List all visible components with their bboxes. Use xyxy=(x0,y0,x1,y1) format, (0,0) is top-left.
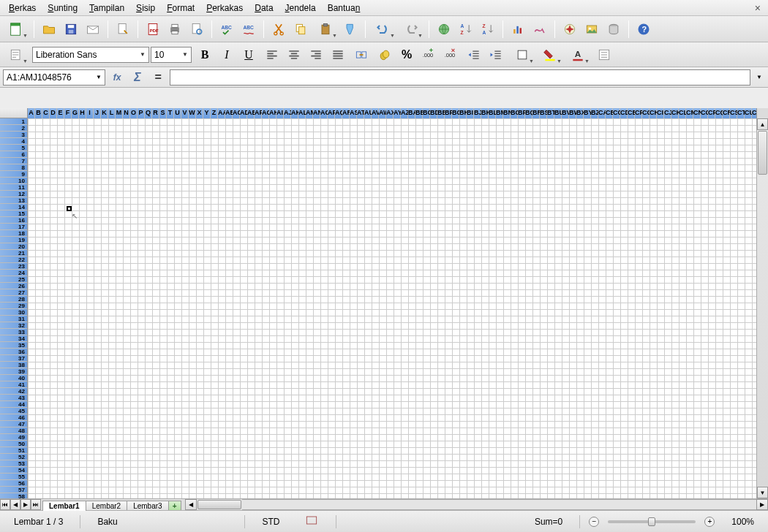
status-signature-icon[interactable] xyxy=(296,511,327,532)
row-head-44[interactable]: 44 xyxy=(0,401,27,408)
row-head-31[interactable]: 31 xyxy=(0,316,27,322)
col-head-AC[interactable]: AC xyxy=(233,108,240,118)
col-head-T[interactable]: T xyxy=(167,108,174,118)
col-head-AW[interactable]: AW xyxy=(379,108,386,118)
col-head-CM[interactable]: CM xyxy=(686,108,693,118)
col-head-L[interactable]: L xyxy=(108,108,116,118)
align-justify-button[interactable] xyxy=(328,45,348,65)
scroll-right-button[interactable]: ▶ xyxy=(756,499,768,510)
row-head-37[interactable]: 37 xyxy=(0,355,27,362)
merge-cells-button[interactable] xyxy=(351,45,372,65)
col-head-AQ[interactable]: AQ xyxy=(335,108,342,118)
col-head-CB[interactable]: CB xyxy=(606,108,613,118)
row-head-23[interactable]: 23 xyxy=(0,263,27,270)
menu-data[interactable]: Data xyxy=(249,1,279,15)
col-head-CL[interactable]: CL xyxy=(679,108,686,118)
col-head-BM[interactable]: BM xyxy=(496,108,503,118)
row-head-6[interactable]: 6 xyxy=(0,151,27,158)
align-center-button[interactable] xyxy=(284,45,304,65)
col-head-BQ[interactable]: BQ xyxy=(525,108,532,118)
col-head-AS[interactable]: AS xyxy=(350,108,357,118)
col-head-BR[interactable]: BR xyxy=(532,108,540,118)
row-head-32[interactable]: 32 xyxy=(0,322,27,329)
copy-button[interactable] xyxy=(290,19,311,39)
col-head-X[interactable]: X xyxy=(196,108,203,118)
col-head-BH[interactable]: BH xyxy=(459,108,467,118)
sort-descending-button[interactable]: ZA xyxy=(478,19,498,39)
col-head-I[interactable]: I xyxy=(86,108,94,118)
col-head-CF[interactable]: CF xyxy=(635,108,642,118)
italic-button[interactable]: I xyxy=(217,45,237,65)
font-size-combo[interactable]: 10▼ xyxy=(151,47,192,63)
col-head-CA[interactable]: CA xyxy=(598,108,606,118)
help-button[interactable]: ? xyxy=(633,19,654,39)
row-head-19[interactable]: 19 xyxy=(0,237,27,243)
function-wizard-button[interactable]: fx xyxy=(108,69,126,86)
col-head-BO[interactable]: BO xyxy=(511,108,518,118)
close-document-icon[interactable]: × xyxy=(750,2,765,14)
col-head-AJ[interactable]: AJ xyxy=(284,108,291,118)
row-head-52[interactable]: 52 xyxy=(0,454,27,460)
row-head-48[interactable]: 48 xyxy=(0,428,27,434)
col-head-A[interactable]: A xyxy=(28,108,35,118)
col-head-AV[interactable]: AV xyxy=(372,108,379,118)
col-head-BJ[interactable]: BJ xyxy=(474,108,481,118)
row-head-57[interactable]: 57 xyxy=(0,487,27,493)
navigator-button[interactable] xyxy=(560,19,580,39)
col-head-AX[interactable]: AX xyxy=(386,108,394,118)
col-head-CJ[interactable]: CJ xyxy=(664,108,671,118)
select-all-corner[interactable] xyxy=(0,108,28,118)
menu-berkas[interactable]: Berkas xyxy=(3,1,42,15)
row-head-8[interactable]: 8 xyxy=(0,164,27,171)
row-head-43[interactable]: 43 xyxy=(0,395,27,401)
col-head-AR[interactable]: AR xyxy=(342,108,350,118)
row-head-11[interactable]: 11 xyxy=(0,184,27,191)
sheet-tab-lembar1[interactable]: Lembar1 xyxy=(42,501,86,511)
col-head-AO[interactable]: AO xyxy=(320,108,328,118)
gallery-button[interactable] xyxy=(581,19,602,39)
row-head-4[interactable]: 4 xyxy=(0,138,27,145)
row-head-49[interactable]: 49 xyxy=(0,434,27,441)
increase-indent-button[interactable] xyxy=(486,45,506,65)
row-head-40[interactable]: 40 xyxy=(0,375,27,381)
row-head-30[interactable]: 30 xyxy=(0,309,27,316)
menu-bantuan[interactable]: Bantuan xyxy=(322,1,366,15)
row-head-17[interactable]: 17 xyxy=(0,224,27,230)
row-head-35[interactable]: 35 xyxy=(0,342,27,349)
col-head-CP[interactable]: CP xyxy=(708,108,715,118)
col-head-AE[interactable]: AE xyxy=(247,108,255,118)
row-head-29[interactable]: 29 xyxy=(0,303,27,309)
column-headers[interactable]: ABCDEFGHIJKLMNOPQRSTUVWXYZAAABACADAEAFAG… xyxy=(28,108,756,118)
status-page-style[interactable]: Baku xyxy=(89,514,236,529)
col-head-AU[interactable]: AU xyxy=(364,108,372,118)
col-head-AP[interactable]: AP xyxy=(328,108,335,118)
tab-prev-button[interactable]: ◀ xyxy=(10,499,20,510)
remove-decimal-button[interactable]: .000× xyxy=(440,45,461,65)
col-head-D[interactable]: D xyxy=(50,108,57,118)
add-sheet-button[interactable]: + xyxy=(168,501,181,511)
zoom-out-button[interactable]: − xyxy=(589,517,599,527)
row-head-2[interactable]: 2 xyxy=(0,125,27,132)
row-head-51[interactable]: 51 xyxy=(0,447,27,454)
row-head-47[interactable]: 47 xyxy=(0,421,27,428)
styles-button[interactable]: ▼ xyxy=(3,45,29,65)
sort-ascending-button[interactable]: AZ xyxy=(456,19,476,39)
row-head-42[interactable]: 42 xyxy=(0,388,27,395)
font-color-button[interactable]: A▼ xyxy=(565,45,591,65)
function-wizard-chart-button[interactable] xyxy=(530,19,550,39)
currency-button[interactable] xyxy=(374,45,395,65)
more-options-button[interactable] xyxy=(594,45,614,65)
scroll-down-button[interactable]: ▼ xyxy=(757,487,768,498)
open-button[interactable] xyxy=(39,19,59,39)
row-head-20[interactable]: 20 xyxy=(0,243,27,250)
formula-input[interactable] xyxy=(170,69,750,86)
row-head-14[interactable]: 14 xyxy=(0,204,27,210)
row-head-38[interactable]: 38 xyxy=(0,362,27,368)
row-head-58[interactable]: 58 xyxy=(0,493,27,498)
col-head-R[interactable]: R xyxy=(152,108,159,118)
formula-expand-button[interactable]: ▼ xyxy=(753,69,765,86)
row-head-5[interactable]: 5 xyxy=(0,145,27,151)
menu-tampilan[interactable]: Tampilan xyxy=(83,1,130,15)
col-head-O[interactable]: O xyxy=(130,108,138,118)
col-head-AF[interactable]: AF xyxy=(255,108,262,118)
